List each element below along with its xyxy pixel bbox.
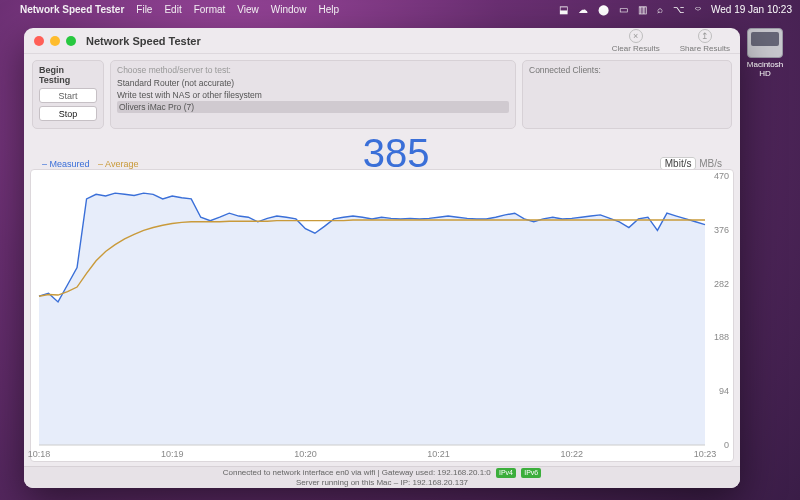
wifi-icon[interactable]: ⌔	[695, 4, 701, 15]
menubar-app-name[interactable]: Network Speed Tester	[20, 4, 124, 15]
menubar-file[interactable]: File	[136, 4, 152, 15]
display-icon[interactable]: ▭	[619, 4, 628, 15]
method-option-imac[interactable]: Olivers iMac Pro (7)	[117, 101, 509, 113]
legend-measured: – Measured	[42, 159, 90, 169]
battery-icon[interactable]: ▥	[638, 4, 647, 15]
method-hint: Choose method/server to test:	[117, 65, 509, 75]
window-title: Network Speed Tester	[86, 35, 201, 47]
hard-disk-icon	[747, 28, 783, 58]
y-tick: 188	[714, 332, 729, 342]
menubar-help[interactable]: Help	[318, 4, 339, 15]
window-titlebar[interactable]: Network Speed Tester × Clear Results ↥ S…	[24, 28, 740, 54]
ipv4-badge: IPv4	[496, 468, 516, 478]
desktop-drive[interactable]: Macintosh HD	[744, 28, 786, 78]
close-icon[interactable]	[34, 36, 44, 46]
menubar-edit[interactable]: Edit	[164, 4, 181, 15]
x-tick: 10:20	[294, 449, 317, 459]
begin-testing-label: Begin Testing	[39, 65, 97, 85]
y-tick: 282	[714, 279, 729, 289]
status-bar: Connected to network interface en0 via w…	[24, 466, 740, 488]
chart-legend: – Measured – Average	[42, 159, 138, 169]
x-tick: 10:23	[694, 449, 717, 459]
x-tick: 10:21	[427, 449, 450, 459]
menubar-window[interactable]: Window	[271, 4, 307, 15]
ipv6-badge: IPv6	[521, 468, 541, 478]
x-tick: 10:18	[28, 449, 51, 459]
y-tick: 0	[724, 440, 729, 450]
x-tick: 10:22	[561, 449, 584, 459]
begin-testing-panel: Begin Testing Start Stop	[32, 60, 104, 129]
zoom-icon[interactable]	[66, 36, 76, 46]
cloud-icon[interactable]: ☁	[578, 4, 588, 15]
status-line2: Server running on this Mac – IP: 192.168…	[296, 478, 468, 488]
share-results-button[interactable]: ↥ Share Results	[680, 29, 730, 53]
control-center-icon[interactable]: ⌥	[673, 4, 685, 15]
legend-average: – Average	[98, 159, 138, 169]
y-tick: 470	[714, 171, 729, 181]
connected-clients-label: Connected Clients:	[529, 65, 725, 75]
method-option-router[interactable]: Standard Router (not accurate)	[117, 77, 509, 89]
menubar-status-area: ⬓ ☁ ⬤ ▭ ▥ ⌕ ⌥ ⌔ Wed 19 Jan 10:23	[559, 4, 792, 15]
speed-value: 385	[138, 133, 653, 173]
y-tick: 376	[714, 225, 729, 235]
minimize-icon[interactable]	[50, 36, 60, 46]
share-icon: ↥	[698, 29, 712, 43]
clear-icon: ×	[629, 29, 643, 43]
method-panel: Choose method/server to test: Standard R…	[110, 60, 516, 129]
start-button[interactable]: Start	[39, 88, 97, 103]
clear-results-button[interactable]: × Clear Results	[612, 29, 660, 53]
drive-label: Macintosh HD	[744, 60, 786, 78]
unit-mbyte[interactable]: MB/s	[699, 158, 722, 169]
status-line1: Connected to network interface en0 via w…	[223, 468, 491, 477]
x-tick: 10:19	[161, 449, 184, 459]
status-dot-icon[interactable]: ⬤	[598, 4, 609, 15]
menubar-format[interactable]: Format	[194, 4, 226, 15]
stop-button[interactable]: Stop	[39, 106, 97, 121]
app-window: Network Speed Tester × Clear Results ↥ S…	[24, 28, 740, 488]
method-option-nas[interactable]: Write test with NAS or other filesystem	[117, 89, 509, 101]
menubar-view[interactable]: View	[237, 4, 259, 15]
menubar-clock[interactable]: Wed 19 Jan 10:23	[711, 4, 792, 15]
search-icon[interactable]: ⌕	[657, 4, 663, 15]
speed-chart: 09418828237647010:1810:1910:2010:2110:22…	[30, 169, 734, 462]
dropbox-icon[interactable]: ⬓	[559, 4, 568, 15]
macos-menubar: Network Speed Tester File Edit Format Vi…	[0, 0, 800, 18]
connected-clients-panel: Connected Clients:	[522, 60, 732, 129]
y-tick: 94	[719, 386, 729, 396]
